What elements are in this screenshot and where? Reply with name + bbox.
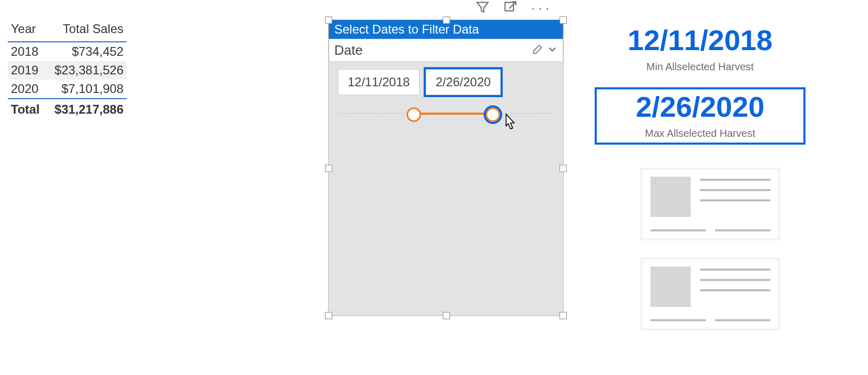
table-row: 2020 $7,101,908 (8, 80, 127, 99)
resize-handle[interactable] (443, 312, 450, 319)
col-year: Year (8, 20, 45, 42)
placeholder-visual[interactable] (641, 258, 780, 330)
sales-table: Year Total Sales 2018 $734,452 2019 $23,… (8, 20, 127, 119)
table-row: 2019 $23,381,526 (8, 61, 127, 80)
resize-handle[interactable] (325, 165, 332, 172)
max-date-value: 2/26/2020 (602, 92, 798, 121)
more-options-icon[interactable]: ··· (531, 1, 552, 15)
resize-handle[interactable] (560, 165, 567, 172)
table-total-row: Total $31,217,886 (8, 99, 127, 119)
slicer-start-handle[interactable] (407, 107, 421, 122)
focus-mode-icon[interactable] (503, 0, 518, 17)
slicer-field-name: Date (334, 42, 363, 58)
resize-handle[interactable] (443, 17, 450, 24)
svg-rect-0 (505, 3, 514, 11)
max-date-label: Max Allselected Harvest (602, 128, 798, 139)
eraser-icon[interactable] (532, 44, 543, 57)
filter-icon[interactable] (475, 0, 490, 17)
col-total: Total Sales (45, 20, 127, 42)
resize-handle[interactable] (560, 312, 567, 319)
max-date-card: 2/26/2020 Max Allselected Harvest (597, 89, 803, 143)
min-date-label: Min Allselected Harvest (602, 61, 798, 73)
min-date-card: 12/11/2018 Min Allselected Harvest (597, 23, 803, 76)
resize-handle[interactable] (325, 17, 332, 24)
slicer-end-date-input[interactable]: 2/26/2020 (426, 69, 501, 95)
resize-handle[interactable] (560, 17, 567, 24)
min-date-value: 12/11/2018 (602, 26, 798, 55)
slicer-start-date-input[interactable]: 12/11/2018 (338, 69, 420, 95)
slicer-range-track[interactable] (339, 105, 553, 123)
date-slicer-visual[interactable]: Select Dates to Filter Data Date 12/11/2… (328, 20, 564, 316)
resize-handle[interactable] (325, 312, 332, 319)
chevron-down-icon[interactable] (547, 44, 557, 57)
table-row: 2018 $734,452 (8, 42, 127, 61)
slicer-end-handle[interactable] (486, 107, 500, 122)
placeholder-visual[interactable] (641, 168, 780, 240)
